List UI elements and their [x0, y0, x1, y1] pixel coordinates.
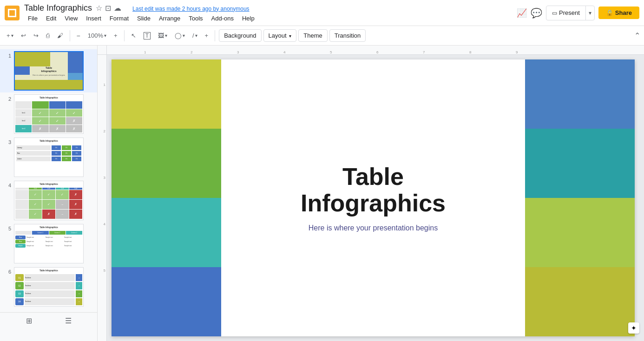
line-tool[interactable]: / ▾	[190, 30, 200, 41]
ruler-mark-9: 9	[516, 50, 518, 54]
slide-nav-bottom: ⊞ ☰	[0, 312, 97, 329]
collapse-btn[interactable]: ⌃	[634, 31, 640, 40]
lock-icon: 🔒	[606, 9, 613, 16]
slide-item-4[interactable]: 4 Table Infographics Col1 Col2 Col3 Col4…	[0, 179, 97, 222]
ruler-mark-5: 5	[330, 50, 332, 54]
doc-title[interactable]: Table Infographics	[24, 3, 92, 13]
color-block-teal	[112, 198, 221, 267]
color-block-dark-teal	[525, 129, 635, 198]
image-icon: 🖼	[158, 32, 164, 39]
color-block-steel-blue	[525, 59, 635, 129]
layout-button[interactable]: Layout ▾	[263, 29, 297, 42]
ruler-mark-v4: 4	[104, 222, 105, 226]
add-button[interactable]: + ▾	[4, 30, 16, 41]
ruler-mark-v2: 2	[104, 129, 105, 133]
present-label: Present	[559, 9, 580, 16]
layout-control[interactable]: Layout ▾	[263, 29, 297, 42]
ruler-mark-7: 7	[423, 50, 425, 54]
image-tool[interactable]: 🖼 ▾	[155, 30, 170, 41]
grid-view-icon[interactable]: ⊞	[26, 316, 32, 325]
line-icon: /	[192, 32, 194, 39]
redo-button[interactable]: ↪	[31, 30, 41, 41]
redo-icon: ↪	[33, 32, 39, 39]
slide-thumb-2: Table Infographics Item1 ✓ ✓ ✓ Item2 ✓ ✓…	[14, 94, 84, 134]
slide-item-5[interactable]: 5 Table Infographics Column 1 Column 2 C…	[0, 222, 97, 265]
zoom-out-icon: −	[77, 32, 80, 39]
present-button[interactable]: ▭ Present ▾	[546, 6, 595, 20]
cloud-icon[interactable]: ☁	[114, 4, 121, 13]
cursor-tool[interactable]: ↖	[128, 30, 139, 41]
add-icon: +	[7, 32, 10, 39]
folder-icon[interactable]: ⊡	[105, 4, 111, 13]
text-tool[interactable]: T	[141, 30, 153, 41]
text-icon: T	[144, 32, 151, 39]
slide-canvas: Table Infographics Here is where your pr…	[112, 59, 635, 336]
menu-addons[interactable]: Add-ons	[208, 14, 237, 23]
zoom-control[interactable]: −	[74, 30, 83, 41]
slide-item-1[interactable]: 1 TableInfographics Here is where your p…	[0, 49, 97, 92]
star-icon[interactable]: ☆	[96, 4, 102, 13]
list-view-icon[interactable]: ☰	[65, 316, 72, 325]
top-right-actions: 📈 💬 ▭ Present ▾ 🔒 Share	[517, 6, 639, 20]
last-edit: Last edit was made 2 hours ago by anonym…	[132, 6, 249, 13]
ruler-mark-4: 4	[283, 50, 285, 54]
title-row: Table Infographics ☆ ⊡ ☁ Last edit was m…	[24, 3, 517, 13]
comment-icon[interactable]: 💬	[531, 7, 542, 19]
theme-button[interactable]: Theme	[298, 29, 327, 42]
zoom-to-fit-button[interactable]: ✦	[628, 322, 639, 334]
layout-label: Layout	[269, 32, 287, 39]
slide-item-2[interactable]: 2 Table Infographics Item1 ✓ ✓ ✓ Item2 ✓…	[0, 92, 97, 136]
transition-button[interactable]: Transition	[329, 29, 366, 42]
present-main[interactable]: ▭ Present	[546, 6, 586, 20]
slide-item-6[interactable]: 6 Table Infographics 01 Text here → 02 T…	[0, 265, 97, 308]
print-button[interactable]: ⎙	[43, 30, 53, 41]
color-block-olive	[525, 267, 635, 336]
ruler-corner	[98, 46, 107, 55]
comment-tool[interactable]: +	[202, 30, 211, 41]
comment-tool-icon: +	[205, 32, 209, 39]
app-icon-inner	[8, 9, 16, 17]
undo-icon: ↩	[21, 32, 26, 39]
menu-help[interactable]: Help	[238, 14, 258, 23]
menu-edit[interactable]: Edit	[42, 14, 60, 23]
trend-icon[interactable]: 📈	[517, 8, 527, 18]
color-block-blue	[112, 267, 221, 336]
slide-num-2: 2	[4, 94, 11, 102]
slide-panel: 1 TableInfographics Here is where your p…	[0, 46, 98, 341]
paint-button[interactable]: 🖌	[54, 30, 66, 41]
menu-format[interactable]: Format	[106, 14, 132, 23]
menu-arrange[interactable]: Arrange	[155, 14, 184, 23]
slide-content: Table Infographics Here is where your pr…	[112, 59, 635, 336]
ruler-mark-6: 6	[376, 50, 378, 54]
zoom-value[interactable]: 100% ▾	[85, 30, 109, 41]
present-arrow[interactable]: ▾	[586, 6, 594, 20]
shape-tool[interactable]: ◯ ▾	[172, 30, 188, 41]
separator-2	[124, 30, 125, 41]
ruler-mark-8: 8	[469, 50, 471, 54]
slide-left-column	[112, 59, 221, 336]
main-area: 1 TableInfographics Here is where your p…	[0, 46, 644, 341]
paint-icon: 🖌	[57, 32, 63, 39]
menu-file[interactable]: File	[24, 14, 41, 23]
cursor-icon: ↖	[131, 32, 136, 39]
slide-item-3[interactable]: 3 Table Infographics Literacy 5% 5% 5% R…	[0, 136, 97, 179]
shape-arrow: ▾	[183, 33, 185, 38]
slide-thumb-5: Table Infographics Column 1 Column 2 Col…	[14, 224, 84, 263]
zoom-in-button[interactable]: +	[111, 30, 120, 41]
line-arrow: ▾	[195, 33, 197, 38]
menu-insert[interactable]: Insert	[82, 14, 105, 23]
ruler-mark-2: 2	[191, 50, 192, 54]
ruler-mark-v5: 5	[104, 269, 105, 273]
menu-view[interactable]: View	[61, 14, 81, 23]
ruler-mark-3: 3	[237, 50, 239, 54]
slide-title: Table Infographics	[301, 164, 446, 216]
share-button[interactable]: 🔒 Share	[598, 7, 639, 19]
undo-button[interactable]: ↩	[18, 30, 29, 41]
slide-num-4: 4	[4, 181, 11, 188]
zoom-in-icon: +	[114, 32, 118, 39]
menu-slide[interactable]: Slide	[133, 14, 154, 23]
menu-tools[interactable]: Tools	[185, 14, 206, 23]
slide-thumb-3: Table Infographics Literacy 5% 5% 5% Ric…	[14, 138, 84, 177]
background-button[interactable]: Background	[219, 29, 261, 42]
ruler-mark-1: 1	[144, 50, 146, 54]
